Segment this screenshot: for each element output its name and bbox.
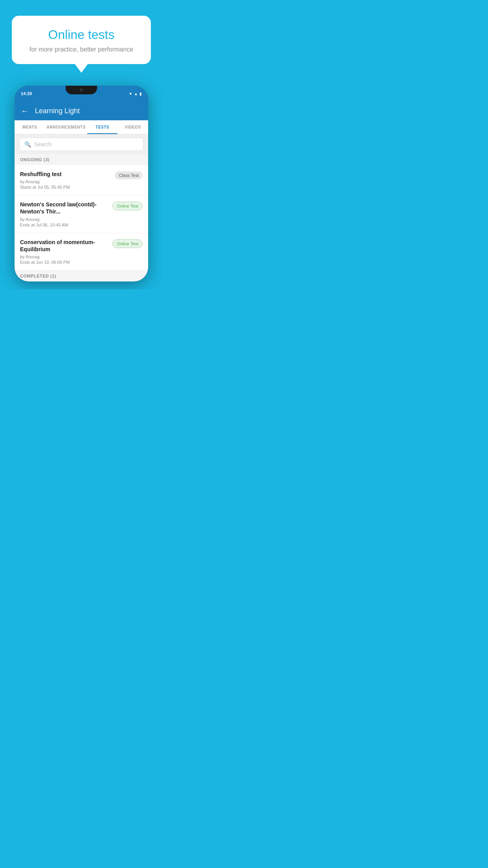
test-author-1: by Anurag [20,179,111,184]
test-badge-3: Online Test [112,239,143,248]
search-placeholder: Search [34,141,51,147]
status-icons: ▼ ▲ ▮ [128,92,142,96]
battery-icon: ▮ [139,92,142,96]
test-name-3: Conservation of momentum-Equilibrium [20,239,108,253]
speech-bubble: Online tests for more practice, better p… [12,16,151,64]
tab-videos[interactable]: VIDEOS [117,120,148,134]
test-date-3: Ends at Jun 10, 06:00 PM [20,260,108,265]
test-item-1[interactable]: Reshuffling test by Anurag Starts at Jul… [15,165,148,195]
test-list: Reshuffling test by Anurag Starts at Jul… [15,165,148,270]
hero-title: Online tests [24,28,139,42]
test-name-1: Reshuffling test [20,171,111,178]
test-badge-1: Class Test [115,171,143,179]
test-date-2: Ends at Jul 06, 10:45 AM [20,223,108,227]
tabs-bar: MENTS ANNOUNCEMENTS TESTS VIDEOS [15,120,148,134]
phone-mockup: 14:29 ▼ ▲ ▮ ← Learning Light MENTS ANNOU… [15,86,148,281]
test-info-1: Reshuffling test by Anurag Starts at Jul… [20,171,115,189]
wifi-icon: ▼ [128,92,132,96]
back-button[interactable]: ← [21,107,29,116]
phone-notch [66,86,97,94]
status-bar: 14:29 ▼ ▲ ▮ [15,86,148,101]
status-time: 14:29 [21,91,32,96]
camera-dot [80,88,83,92]
test-item-3[interactable]: Conservation of momentum-Equilibrium by … [15,233,148,270]
test-item-2[interactable]: Newton's Second law(contd)-Newton's Thir… [15,195,148,233]
test-author-2: by Anurag [20,217,108,222]
phone-frame: 14:29 ▼ ▲ ▮ ← Learning Light MENTS ANNOU… [15,86,148,281]
completed-section-label: COMPLETED (1) [15,270,148,281]
hero-section: Online tests for more practice, better p… [0,0,163,64]
test-name-2: Newton's Second law(contd)-Newton's Thir… [20,201,108,215]
tab-ments[interactable]: MENTS [15,120,45,134]
ongoing-section-label: ONGOING (3) [15,154,148,165]
search-bar[interactable]: 🔍 Search [19,138,143,151]
tab-tests[interactable]: TESTS [87,120,118,134]
test-info-2: Newton's Second law(contd)-Newton's Thir… [20,201,112,227]
app-header: ← Learning Light [15,101,148,120]
hero-subtitle: for more practice, better performance [24,46,139,53]
tab-announcements[interactable]: ANNOUNCEMENTS [45,120,87,134]
test-badge-2: Online Test [112,202,143,210]
test-info-3: Conservation of momentum-Equilibrium by … [20,239,112,265]
search-container: 🔍 Search [15,134,148,154]
test-date-1: Starts at Jul 05, 05:45 PM [20,185,111,189]
signal-icon: ▲ [134,92,138,96]
test-author-3: by Anurag [20,254,108,259]
app-title: Learning Light [35,107,80,115]
search-icon: 🔍 [24,141,31,147]
